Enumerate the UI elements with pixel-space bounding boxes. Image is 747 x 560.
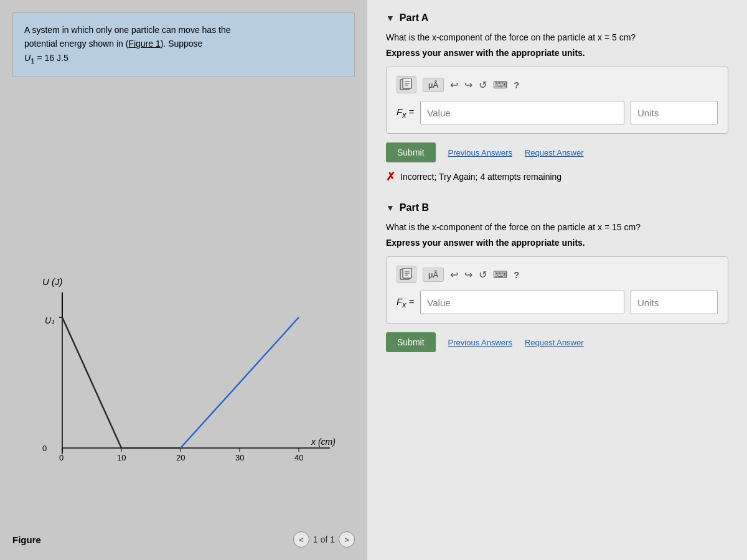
part-b-express: Express your answer with the appropriate… [386,238,728,248]
part-b-units-input[interactable] [631,291,718,314]
page-nav: < 1 of 1 > [293,531,355,548]
part-a-fx-label: Fx = [397,106,414,119]
part-b-format-icon[interactable] [397,266,416,283]
error-x-icon: ✗ [386,170,395,184]
undo-button[interactable]: ↩ [450,79,458,91]
part-b-mu-button[interactable]: μÅ [423,268,444,282]
problem-line1: A system in which only one particle can … [24,25,231,35]
part-b-keyboard-button[interactable]: ⌨ [493,269,507,281]
part-b-toolbar: μÅ ↩ ↪ ↺ ⌨ ? [397,266,718,283]
tick-label-20: 20 [176,453,185,462]
part-b-action-row: Submit Previous Answers Request Answer [386,332,728,352]
part-a-action-row: Submit Previous Answers Request Answer [386,142,728,162]
part-a-toolbar: μÅ ↩ ↪ ↺ ⌨ ? [397,76,718,93]
part-b-value-input[interactable] [420,291,624,314]
mu-button[interactable]: μÅ [423,78,444,92]
part-a-error-message: Incorrect; Try Again; 4 attempts remaini… [400,172,561,182]
part-a-question: What is the x-component of the force on … [386,31,728,44]
part-b-section: ▼ Part B What is the x-component of the … [386,202,728,352]
part-b-fx-label: Fx = [397,296,414,309]
left-panel: A system in which only one particle can … [0,0,367,560]
part-b-help-button[interactable]: ? [514,269,519,280]
part-b-format-svg [400,268,413,281]
y-axis-label: U (J) [42,276,63,287]
part-a-express: Express your answer with the appropriate… [386,48,728,58]
part-a-submit-button[interactable]: Submit [386,142,436,162]
part-b-mu-label: μÅ [428,270,438,279]
tick-label-40: 40 [294,453,303,462]
tick-label-30: 30 [235,453,244,462]
mu-label: μÅ [428,80,438,90]
tick-label-0: 0 [59,453,63,462]
prev-page-button[interactable]: < [293,531,309,548]
part-b-request-answer-link[interactable]: Request Answer [525,338,584,347]
graph-container: U (J) U₁ 0 0 10 20 [12,90,355,525]
y-zero-label: 0 [42,444,47,453]
part-b-prev-answers-link[interactable]: Previous Answers [448,338,512,347]
part-a-units-input[interactable] [631,101,718,124]
part-a-header: ▼ Part A [386,12,728,24]
format-icon[interactable] [397,76,416,93]
part-b-arrow-icon: ▼ [386,203,395,213]
part-b-input-row: Fx = [397,291,718,314]
format-svg [400,78,413,91]
part-b-undo-button[interactable]: ↩ [450,269,458,281]
part-a-prev-answers-link[interactable]: Previous Answers [448,148,512,157]
part-b-redo-button[interactable]: ↪ [464,269,472,281]
part-a-answer-box: μÅ ↩ ↪ ↺ ⌨ ? Fx = [386,67,728,134]
x-axis-label: x (cm) [311,437,336,447]
graph-svg-element: U (J) U₁ 0 0 10 20 [25,268,349,504]
part-b-question: What is the x-component of the force on … [386,221,728,234]
part-a-title: Part A [400,12,429,24]
part-a-value-input[interactable] [420,101,624,124]
figure-label: Figure [12,534,41,545]
right-panel: ▼ Part A What is the x-component of the … [367,0,747,560]
refresh-button[interactable]: ↺ [479,79,487,91]
u1-label: U₁ [45,315,55,325]
part-a-input-row: Fx = [397,101,718,124]
part-b-header: ▼ Part B [386,202,728,213]
graph-line-down [62,317,121,448]
part-a-error-row: ✗ Incorrect; Try Again; 4 attempts remai… [386,170,728,184]
problem-line3: U1 = 16 J.5 [24,53,68,63]
part-b-title: Part B [400,202,429,213]
next-page-button[interactable]: > [339,531,355,548]
tick-label-10: 10 [117,453,126,462]
graph-line-up [181,317,299,448]
part-a-request-answer-link[interactable]: Request Answer [525,148,584,157]
problem-line2: potential energy shown in (Figure 1). Su… [24,39,202,49]
graph-svg: U (J) U₁ 0 0 10 20 [25,268,342,506]
figure-label-row: Figure < 1 of 1 > [12,525,355,548]
part-b-answer-box: μÅ ↩ ↪ ↺ ⌨ ? Fx = [386,256,728,324]
part-a-section: ▼ Part A What is the x-component of the … [386,12,728,184]
help-button[interactable]: ? [514,80,519,90]
part-a-arrow-icon: ▼ [386,13,395,23]
part-b-refresh-button[interactable]: ↺ [479,269,487,281]
keyboard-button[interactable]: ⌨ [493,79,507,91]
page-indicator: 1 of 1 [313,534,335,544]
part-b-submit-button[interactable]: Submit [386,332,436,352]
redo-button[interactable]: ↪ [464,79,472,91]
problem-text-box: A system in which only one particle can … [12,12,355,77]
